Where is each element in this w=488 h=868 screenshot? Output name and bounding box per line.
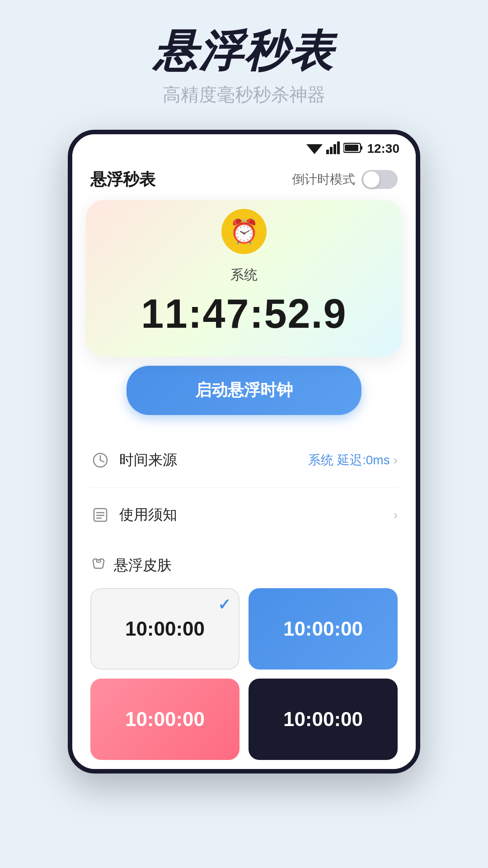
svg-marker-0	[306, 144, 323, 154]
time-source-chevron: ›	[394, 453, 398, 467]
mode-label: 倒计时模式	[292, 171, 355, 188]
start-floating-clock-button[interactable]: 启动悬浮时钟	[127, 366, 361, 415]
usage-notice-item[interactable]: 使用须知 ›	[90, 488, 398, 542]
system-label: 系统	[104, 266, 384, 284]
page-title: 悬浮秒表	[18, 27, 470, 75]
phone-frame: 12:30 悬浮秒表 倒计时模式 ⏰ 系统 11:47:52.9 启动悬浮时钟	[68, 130, 420, 774]
settings-list: 时间来源 系统 延迟:0ms › 使用须知 ›	[72, 433, 416, 542]
skin-white-check: ✓	[218, 595, 230, 613]
skin-pink[interactable]: 10:00:00	[90, 679, 239, 760]
skin-section-header: 悬浮皮肤	[90, 556, 398, 576]
clock-icon-wrap: ⏰	[221, 209, 267, 254]
skin-white-time: 10:00:00	[125, 618, 205, 640]
battery-icon	[343, 142, 363, 155]
time-source-icon	[90, 450, 110, 470]
skin-blue-time: 10:00:00	[283, 618, 363, 640]
svg-rect-1	[326, 150, 329, 154]
skin-header-icon	[90, 556, 107, 576]
floating-card: ⏰ 系统 11:47:52.9	[86, 200, 402, 357]
app-header: 悬浮秒表 倒计时模式	[72, 160, 416, 200]
skin-pink-time: 10:00:00	[125, 708, 205, 731]
mode-toggle-area: 倒计时模式	[292, 170, 398, 189]
page-header: 悬浮秒表 高精度毫秒秒杀神器	[0, 0, 488, 121]
svg-rect-2	[330, 147, 333, 154]
wifi-icon	[306, 142, 323, 156]
usage-notice-value: ›	[394, 508, 398, 522]
skin-header-label: 悬浮皮肤	[114, 556, 172, 576]
time-source-value: 系统 延迟:0ms ›	[308, 452, 398, 469]
status-bar: 12:30	[72, 134, 416, 160]
skin-section: 悬浮皮肤 ✓ 10:00:00 10:00:00 10:00:00 10:00:…	[72, 542, 416, 769]
skin-dark[interactable]: 10:00:00	[249, 679, 398, 760]
signal-icon	[326, 142, 340, 156]
time-source-left: 时间来源	[90, 450, 177, 470]
time-source-item[interactable]: 时间来源 系统 延迟:0ms ›	[90, 433, 398, 488]
usage-notice-label: 使用须知	[119, 505, 177, 525]
app-header-title: 悬浮秒表	[90, 169, 155, 191]
usage-notice-chevron: ›	[394, 508, 398, 522]
usage-notice-left: 使用须知	[90, 505, 177, 525]
svg-line-10	[100, 460, 104, 462]
status-time: 12:30	[367, 142, 399, 156]
svg-rect-6	[361, 146, 362, 150]
skin-grid: ✓ 10:00:00 10:00:00 10:00:00 10:00:00	[90, 588, 398, 769]
skin-white[interactable]: ✓ 10:00:00	[90, 588, 239, 670]
countdown-toggle[interactable]	[361, 170, 398, 189]
clock-icon: ⏰	[230, 220, 259, 243]
skin-dark-time: 10:00:00	[283, 708, 363, 731]
status-icons: 12:30	[306, 142, 399, 156]
time-display: 11:47:52.9	[104, 293, 384, 334]
time-source-value-text: 系统 延迟:0ms	[308, 452, 389, 469]
svg-rect-7	[345, 145, 358, 151]
svg-rect-4	[337, 142, 340, 154]
page-subtitle: 高精度毫秒秒杀神器	[18, 82, 470, 107]
svg-rect-3	[333, 144, 336, 154]
skin-blue[interactable]: 10:00:00	[249, 588, 398, 670]
usage-notice-icon	[90, 505, 110, 525]
time-source-label: 时间来源	[119, 450, 177, 470]
